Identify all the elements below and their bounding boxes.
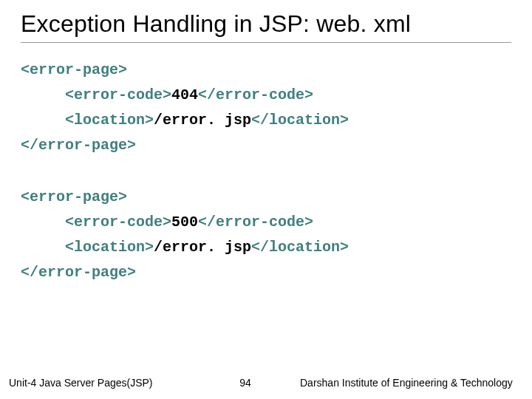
tag-open-outer: <error-page>	[21, 188, 127, 205]
tag-open-outer: <error-page>	[21, 61, 127, 78]
tag-location-close: </location>	[251, 239, 349, 256]
tag-error-code-close: </error-code>	[198, 214, 313, 231]
value-location: /error. jsp	[154, 112, 251, 129]
code-block-1: <error-page> <error-code>500</error-code…	[21, 185, 511, 285]
code-block-0: <error-page> <error-code>404</error-code…	[21, 58, 511, 158]
tag-location-open: <location>	[65, 239, 154, 256]
tag-close-outer: </error-page>	[21, 264, 136, 281]
footer-right: Darshan Institute of Engineering & Techn…	[290, 377, 523, 389]
tag-location-open: <location>	[65, 112, 154, 129]
tag-error-code-close: </error-code>	[198, 86, 313, 103]
value-error-code: 404	[171, 86, 198, 103]
footer: Unit-4 Java Server Pages(JSP) 94 Darshan…	[0, 377, 532, 389]
tag-error-code-open: <error-code>	[65, 214, 171, 231]
value-location: /error. jsp	[154, 239, 251, 256]
footer-page-number: 94	[201, 377, 290, 389]
code-blocks: <error-page> <error-code>404</error-code…	[21, 58, 511, 285]
value-error-code: 500	[171, 214, 198, 231]
footer-left: Unit-4 Java Server Pages(JSP)	[9, 377, 201, 389]
tag-close-outer: </error-page>	[21, 137, 136, 154]
tag-error-code-open: <error-code>	[65, 86, 171, 103]
slide: Exception Handling in JSP: web. xml <err…	[0, 0, 532, 399]
slide-title: Exception Handling in JSP: web. xml	[21, 10, 511, 43]
tag-location-close: </location>	[251, 112, 349, 129]
